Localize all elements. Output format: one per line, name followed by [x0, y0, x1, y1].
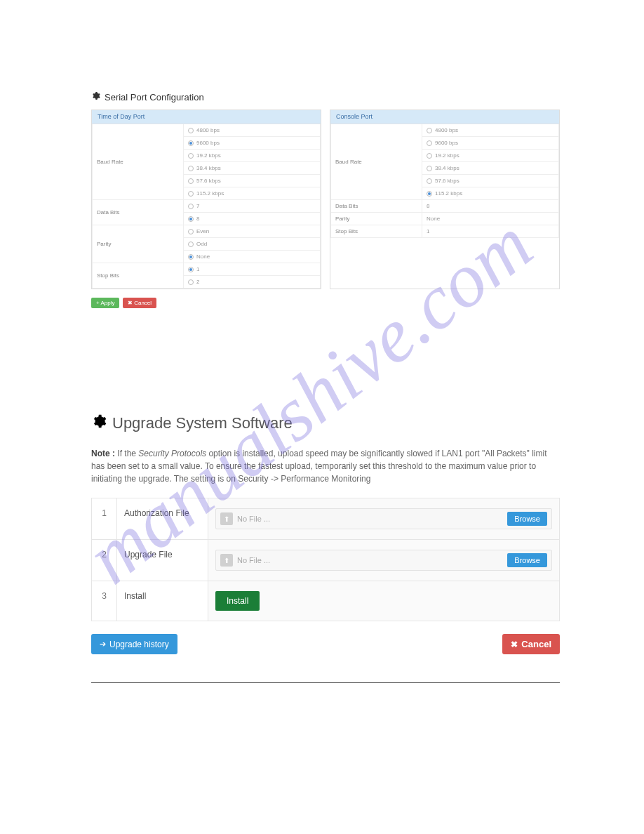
- authorization-file-input[interactable]: ⬆ No File ... Browse: [215, 508, 552, 529]
- cancel-button[interactable]: ✖ Cancel: [502, 634, 560, 654]
- tod-parity-opt-0[interactable]: Even: [184, 225, 321, 238]
- serial-port-config-title: Serial Port Configuration: [91, 91, 560, 102]
- tod-baud-opt-4[interactable]: 57.6 kbps: [184, 175, 321, 187]
- arrow-right-icon: ➔: [100, 640, 106, 649]
- step-row-2: 2 Upgrade File ⬆ No File ... Browse: [92, 540, 560, 581]
- console-port-panel: Console Port Baud Rate 4800 bps 9600 bps…: [330, 110, 560, 289]
- serial-title-text: Serial Port Configuration: [105, 92, 204, 102]
- step-2-num: 2: [92, 540, 117, 581]
- apply-button[interactable]: + Apply: [91, 298, 119, 308]
- con-baud-opt-2[interactable]: 19.2 kbps: [422, 150, 559, 162]
- console-port-header: Console Port: [330, 110, 559, 124]
- file-placeholder: No File ...: [237, 515, 507, 523]
- divider: [91, 682, 560, 683]
- tod-baud-opt-3[interactable]: 38.4 kbps: [184, 162, 321, 175]
- upload-icon: ⬆: [220, 554, 233, 567]
- tod-databits-label: Data Bits: [93, 200, 184, 225]
- install-button[interactable]: Install: [215, 591, 260, 611]
- step-row-1: 1 Authorization File ⬆ No File ... Brows…: [92, 498, 560, 540]
- tod-parity-opt-2[interactable]: None: [184, 251, 321, 263]
- con-stopbits-label: Stop Bits: [331, 225, 422, 238]
- tod-baud-opt-1[interactable]: 9600 bps: [184, 137, 321, 150]
- con-baud-opt-3[interactable]: 38.4 kbps: [422, 162, 559, 175]
- con-baud-opt-5[interactable]: 115.2 kbps: [422, 187, 559, 200]
- step-2-label: Upgrade File: [117, 540, 208, 581]
- con-baud-opt-4[interactable]: 57.6 kbps: [422, 175, 559, 187]
- con-databits-label: Data Bits: [331, 200, 422, 213]
- upgrade-title: Upgrade System Software: [91, 413, 560, 433]
- browse-button[interactable]: Browse: [507, 512, 547, 526]
- tod-parity-opt-1[interactable]: Odd: [184, 238, 321, 251]
- tod-baud-opt-2[interactable]: 19.2 kbps: [184, 150, 321, 162]
- gear-icon: [91, 413, 107, 433]
- browse-button[interactable]: Browse: [507, 553, 547, 567]
- time-of-day-panel: Time of Day Port Baud Rate 4800 bps 9600…: [91, 110, 321, 289]
- con-baud-opt-0[interactable]: 4800 bps: [422, 124, 559, 137]
- tod-baud-opt-0[interactable]: 4800 bps: [184, 124, 321, 137]
- close-icon: ✖: [511, 640, 518, 649]
- con-databits-value: 8: [422, 200, 559, 213]
- step-1-label: Authorization File: [117, 498, 208, 540]
- con-baud-label: Baud Rate: [331, 124, 422, 200]
- tod-parity-label: Parity: [93, 225, 184, 263]
- tod-databits-opt-1[interactable]: 8: [184, 213, 321, 225]
- con-parity-value: None: [422, 213, 559, 225]
- file-placeholder: No File ...: [237, 556, 507, 564]
- tod-databits-opt-0[interactable]: 7: [184, 200, 321, 213]
- upgrade-file-input[interactable]: ⬆ No File ... Browse: [215, 550, 552, 571]
- cancel-button-small[interactable]: ✖ Cancel: [123, 298, 156, 308]
- con-stopbits-value: 1: [422, 225, 559, 238]
- step-row-3: 3 Install Install: [92, 581, 560, 621]
- gear-icon: [91, 91, 100, 102]
- tod-stopbits-opt-1[interactable]: 2: [184, 276, 321, 289]
- tod-stopbits-label: Stop Bits: [93, 263, 184, 289]
- step-3-num: 3: [92, 581, 117, 621]
- upgrade-note: Note : If the Security Protocols option …: [91, 447, 560, 485]
- con-baud-opt-1[interactable]: 9600 bps: [422, 137, 559, 150]
- tod-stopbits-opt-0[interactable]: 1: [184, 263, 321, 276]
- upgrade-title-text: Upgrade System Software: [112, 414, 293, 432]
- step-3-label: Install: [117, 581, 208, 621]
- con-parity-label: Parity: [331, 213, 422, 225]
- upload-icon: ⬆: [220, 512, 233, 525]
- tod-baud-opt-5[interactable]: 115.2 kbps: [184, 187, 321, 200]
- time-of-day-header: Time of Day Port: [92, 110, 321, 124]
- tod-baud-label: Baud Rate: [93, 124, 184, 200]
- upgrade-steps-table: 1 Authorization File ⬆ No File ... Brows…: [91, 498, 560, 621]
- upgrade-history-button[interactable]: ➔ Upgrade history: [91, 634, 177, 654]
- step-1-num: 1: [92, 498, 117, 540]
